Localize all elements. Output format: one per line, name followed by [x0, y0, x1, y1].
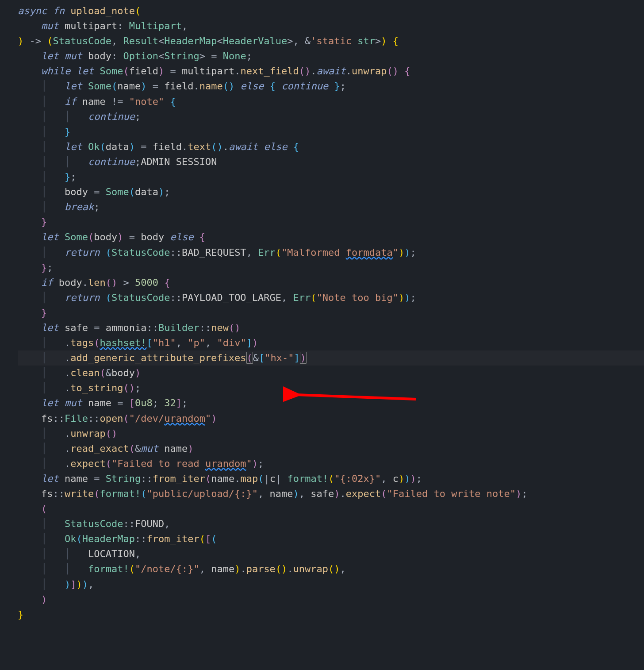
kw-continue: continue — [88, 156, 135, 167]
var: body — [141, 231, 164, 243]
type: Err — [293, 292, 311, 303]
num: 5000 — [135, 277, 158, 288]
type: StatusCode — [111, 247, 170, 258]
fn-call: clean — [70, 367, 100, 378]
code-line: │ break; — [18, 200, 644, 215]
kw-mut: mut — [65, 397, 82, 408]
fn-call: write — [65, 488, 94, 499]
code-line: │ .tags(hashset!["h1", "p", "div"]) — [18, 335, 644, 350]
type: Ok — [65, 533, 77, 544]
var: field — [129, 65, 158, 77]
fn-call: unwrap — [70, 428, 105, 439]
var: field — [153, 141, 182, 152]
type: Multipart — [129, 20, 182, 31]
kw-let: let — [41, 322, 59, 333]
kw-let: let — [41, 50, 59, 62]
code-line: let Some(body) = body else { — [18, 230, 644, 245]
fn-call: read_exact — [70, 443, 129, 454]
string: "hx-" — [264, 352, 294, 363]
var: data — [135, 186, 158, 197]
type: str — [357, 35, 375, 46]
code-line: let safe = ammonia::Builder::new() — [18, 320, 644, 335]
identifier: ADMIN_SESSION — [141, 156, 217, 167]
string: "{:02x}" — [334, 473, 381, 484]
kw-if: if — [65, 96, 77, 107]
var: name — [164, 443, 188, 454]
code-line: if body.len() > 5000 { — [18, 275, 644, 290]
code-line: ) -> (StatusCode, Result<HeaderMap<Heade… — [18, 34, 644, 49]
string: "h1" — [153, 337, 176, 348]
fn-call: expect — [70, 458, 105, 469]
kw-break: break — [65, 201, 94, 212]
code-line: ( — [18, 501, 644, 516]
fn-call: text — [188, 141, 211, 152]
const: BAD_REQUEST — [182, 247, 246, 258]
kw-let: let — [65, 81, 82, 92]
kw-else: else — [240, 81, 264, 92]
type: File — [65, 413, 88, 424]
kw-return: return — [65, 247, 100, 258]
string: "public/upload/{:}" — [146, 488, 258, 499]
string: "/dev/ — [129, 413, 164, 424]
var: field — [164, 81, 193, 92]
kw-else: else — [170, 231, 193, 243]
var: name — [82, 96, 106, 107]
var: body — [88, 50, 111, 62]
kw-let: let — [65, 141, 82, 152]
string: " — [246, 458, 252, 469]
code-line: } — [18, 215, 644, 230]
kw-async: async — [18, 5, 47, 16]
string: "p" — [188, 337, 205, 348]
code-line: │ .clean(&body) — [18, 366, 644, 381]
kw-fn: fn — [53, 5, 65, 16]
fn-call: unwrap — [293, 563, 328, 574]
fn-call: len — [88, 277, 106, 288]
string-lint: urandom — [205, 458, 246, 469]
string-lint: urandom — [164, 413, 205, 424]
const: PAYLOAD_TOO_LARGE — [182, 292, 281, 303]
type: Err — [258, 247, 276, 258]
type: Some — [106, 186, 129, 197]
code-line: fs::write(format!("public/upload/{:}", n… — [18, 486, 644, 501]
var: c — [393, 473, 399, 484]
code-line: ) — [18, 592, 644, 607]
code-line: │ .read_exact(&mut name) — [18, 441, 644, 456]
code-line: │ Ok(HeaderMap::from_iter([( — [18, 531, 644, 547]
type: Some — [88, 81, 111, 92]
kw-else: else — [264, 141, 287, 152]
type: HeaderMap — [82, 533, 135, 544]
fn-call: new — [211, 322, 229, 333]
fn-call: tags — [70, 337, 94, 348]
const-none: None — [223, 50, 246, 62]
fn-name: upload_note — [70, 5, 135, 16]
kw-mut: mut — [141, 443, 158, 454]
kw-await: await — [317, 65, 346, 77]
var: name — [211, 473, 234, 484]
var: multipart — [182, 65, 234, 77]
const: FOUND — [135, 518, 164, 529]
code-line: │ .unwrap() — [18, 426, 644, 441]
code-line: │ body = Some(data); — [18, 185, 644, 200]
macro: format! — [287, 473, 328, 484]
num: 0u8 — [135, 397, 153, 408]
type: Ok — [88, 141, 100, 152]
code-line: let name = String::from_iter(name.map(|c… — [18, 471, 644, 486]
var: name — [65, 473, 88, 484]
fn-call: next_field — [240, 65, 299, 77]
macro: format! — [100, 488, 141, 499]
type: HeaderValue — [223, 35, 288, 46]
code-line-highlighted: │ .add_generic_attribute_prefixes(&["hx-… — [18, 350, 644, 366]
code-line: │ .to_string(); — [18, 381, 644, 396]
kw-let: let — [41, 473, 59, 484]
const: LOCATION — [88, 548, 135, 559]
kw-mut: mut — [65, 50, 82, 62]
kw-let: let — [76, 65, 94, 77]
var: name — [117, 81, 141, 92]
code-line: │ return (StatusCode::BAD_REQUEST, Err("… — [18, 245, 644, 260]
lifetime: 'static — [310, 35, 352, 46]
code-line: }; — [18, 260, 644, 275]
code-line: │ let Some(name) = field.name() else { c… — [18, 79, 644, 94]
kw-let: let — [41, 397, 59, 408]
code-line: │ │ format!("/note/{:}", name).parse().u… — [18, 562, 644, 577]
code-line: │ │ LOCATION, — [18, 547, 644, 562]
